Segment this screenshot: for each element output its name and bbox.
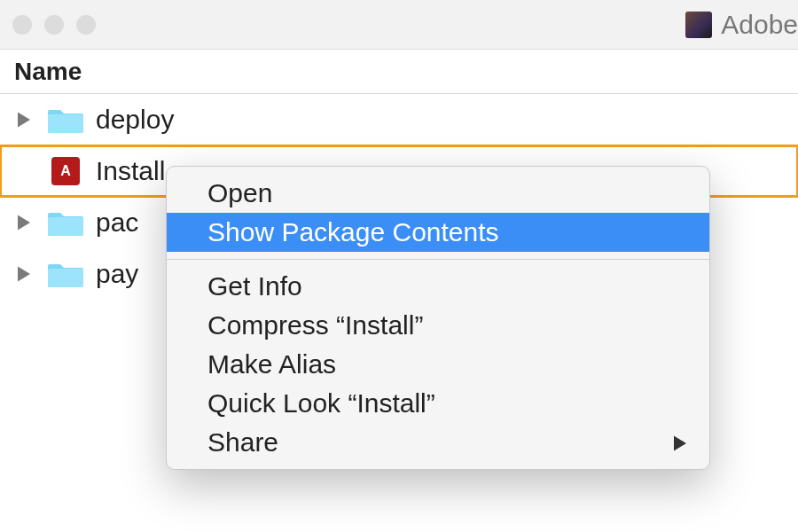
minimize-window-button[interactable] — [44, 15, 64, 35]
svg-marker-2 — [18, 215, 30, 231]
svg-marker-4 — [18, 267, 30, 282]
menu-item-label: Quick Look “Install” — [207, 388, 435, 419]
menu-item-label: Share — [207, 427, 278, 458]
menu-item-make-alias[interactable]: Make Alias — [167, 345, 709, 384]
menu-item-label: Open — [207, 178, 272, 208]
list-item[interactable]: deploy — [0, 94, 798, 145]
menu-item-label: Compress “Install” — [207, 310, 423, 340]
app-icon-glyph: A — [60, 163, 71, 179]
menu-item-label: Show Package Contents — [207, 217, 499, 247]
disclosure-triangle-icon[interactable] — [14, 266, 34, 282]
folder-icon — [48, 207, 83, 238]
list-item-label: pac — [96, 207, 138, 238]
menu-item-label: Make Alias — [207, 349, 336, 379]
close-window-button[interactable] — [12, 15, 32, 35]
list-item-label: Install — [96, 156, 165, 186]
app-icon: A — [48, 156, 83, 186]
list-item-label: pay — [96, 259, 138, 289]
window-controls — [12, 15, 96, 35]
svg-marker-0 — [18, 113, 30, 128]
menu-item-quick-look[interactable]: Quick Look “Install” — [167, 384, 709, 423]
window-title-area: Adobe — [685, 0, 798, 49]
window-titlebar: Adobe — [0, 0, 798, 50]
menu-item-label: Get Info — [207, 271, 302, 301]
submenu-arrow-icon — [674, 427, 686, 458]
menu-item-open[interactable]: Open — [167, 174, 709, 213]
menu-item-compress[interactable]: Compress “Install” — [167, 306, 709, 345]
folder-icon — [48, 259, 83, 289]
menu-item-show-package-contents[interactable]: Show Package Contents — [167, 213, 709, 252]
column-header-name[interactable]: Name — [14, 58, 82, 86]
svg-marker-6 — [674, 436, 686, 451]
disclosure-triangle-icon[interactable] — [14, 112, 34, 128]
menu-item-get-info[interactable]: Get Info — [167, 267, 709, 306]
title-folder-icon — [685, 12, 712, 38]
svg-rect-1 — [48, 114, 83, 133]
menu-separator — [167, 259, 709, 260]
folder-icon — [48, 105, 83, 135]
list-item-label: deploy — [96, 105, 174, 135]
fullscreen-window-button[interactable] — [76, 15, 96, 35]
window-title: Adobe — [721, 10, 798, 40]
disclosure-triangle-icon[interactable] — [14, 215, 34, 231]
svg-rect-5 — [48, 269, 83, 287]
context-menu: Open Show Package Contents Get Info Comp… — [166, 166, 710, 470]
menu-item-share[interactable]: Share — [167, 423, 709, 462]
svg-rect-3 — [48, 217, 83, 236]
column-header-row[interactable]: Name — [0, 50, 798, 94]
